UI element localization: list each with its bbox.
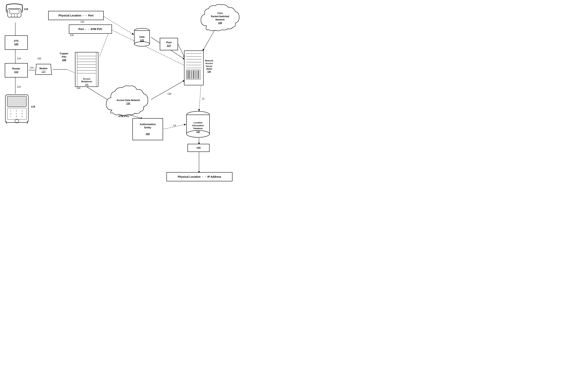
svg-text:Database: Database — [194, 127, 203, 129]
loc-info-db: Location Information Database 136 — [184, 110, 212, 140]
box-140: 140 — [188, 144, 209, 152]
svg-text:114: 114 — [30, 66, 33, 69]
svg-text:12: 12 — [202, 97, 204, 100]
phys-loc-ip-box: Physical Location ←→ IP Address — [167, 172, 232, 181]
access-network-cloud: Access Data Network132 — [104, 84, 152, 116]
svg-line-12 — [203, 31, 214, 51]
ata-box: ATA 120 — [5, 35, 28, 50]
svg-text:6: 6 — [22, 113, 23, 115]
copper-pair-label: CopperPair 108 — [56, 52, 72, 62]
svg-point-35 — [14, 16, 15, 17]
svg-text:114: 114 — [17, 57, 21, 60]
svg-point-36 — [17, 16, 18, 17]
old-telephone-label: 118 — [24, 8, 28, 10]
atm-pvc-label: ATM PVC — [118, 115, 129, 118]
port-atm-box: Port ←→ ATM PVC — [69, 24, 112, 34]
auth-entity-number: 142 — [146, 132, 150, 136]
svg-line-5 — [67, 69, 75, 73]
svg-text:134: 134 — [70, 34, 74, 37]
phys-loc-port-box: Physical Location ←→ Port — [48, 11, 104, 20]
svg-text:122: 122 — [140, 39, 144, 42]
svg-text:Location: Location — [194, 121, 202, 124]
svg-text:102: 102 — [37, 57, 41, 60]
router-box: Router 112 — [5, 63, 28, 78]
svg-rect-86 — [7, 96, 26, 107]
label-140: 140 — [196, 146, 201, 150]
svg-line-15 — [164, 124, 186, 129]
svg-line-16 — [199, 86, 201, 111]
auth-entity-label: AuthorizationEntity — [140, 123, 156, 129]
auth-entity-box: AuthorizationEntity 142 — [132, 118, 163, 140]
phys-loc-port-label: Physical Location ←→ Port — [59, 14, 94, 17]
router-number: 112 — [14, 70, 18, 74]
modem-box: Modem 110 — [34, 63, 53, 76]
pool-box: Pool 127 — [160, 38, 178, 50]
router-label: Router — [12, 67, 20, 70]
svg-text:130: 130 — [167, 93, 171, 95]
old-telephone — [4, 3, 25, 22]
svg-text:124: 124 — [80, 20, 84, 23]
svg-rect-30 — [9, 9, 19, 13]
svg-text:106: 106 — [85, 83, 89, 86]
svg-text:4: 4 — [10, 113, 11, 115]
svg-text:Access: Access — [83, 78, 91, 80]
svg-point-32 — [14, 14, 15, 15]
svg-text:8: 8 — [16, 115, 17, 117]
svg-text:9: 9 — [22, 115, 23, 117]
network-diagram: 114 114 114 102 104 124 134 130 12 14 — [0, 0, 294, 196]
port-atm-label: Port ←→ ATM PVC — [79, 27, 102, 31]
access-mux-box: Access Multiplexer 106 — [74, 51, 99, 88]
svg-text:2: 2 — [16, 110, 17, 112]
svg-text:7: 7 — [10, 115, 11, 117]
svg-text:Information: Information — [192, 124, 204, 127]
svg-point-33 — [17, 14, 18, 15]
svg-point-31 — [11, 14, 12, 15]
svg-line-13 — [151, 80, 185, 99]
svg-text:114: 114 — [17, 86, 21, 88]
access-network-label: Access Data Network132 — [116, 99, 140, 105]
ata-label: ATA — [14, 39, 19, 43]
svg-text:5: 5 — [16, 113, 17, 115]
svg-text:Multiplexer: Multiplexer — [81, 80, 93, 83]
svg-point-34 — [11, 16, 12, 17]
new-telephone: 1 2 3 4 5 6 7 8 9 — [3, 93, 30, 124]
svg-text:110: 110 — [42, 70, 45, 73]
svg-text:OSS: OSS — [139, 36, 145, 38]
oss-cylinder: OSS 122 — [133, 27, 151, 48]
svg-text:3: 3 — [22, 110, 23, 112]
phys-loc-ip-label: Physical Location ←→ IP Address — [178, 175, 221, 179]
core-network-cloud: CorePacket-SwitchedNetwork128 — [199, 3, 241, 32]
svg-text:14: 14 — [173, 124, 176, 127]
pool-number: 127 — [167, 44, 171, 47]
ata-number: 120 — [14, 43, 18, 46]
svg-text:136: 136 — [196, 131, 200, 133]
svg-text:Modem: Modem — [39, 67, 47, 70]
svg-point-55 — [134, 42, 150, 46]
new-telephone-label: 116 — [31, 105, 35, 108]
core-network-label: CorePacket-SwitchedNetwork128 — [211, 12, 229, 24]
svg-text:1: 1 — [10, 110, 11, 112]
pool-label: Pool — [166, 41, 172, 44]
nas-box: NetworkAccess Server(NAS)126 — [183, 50, 215, 87]
